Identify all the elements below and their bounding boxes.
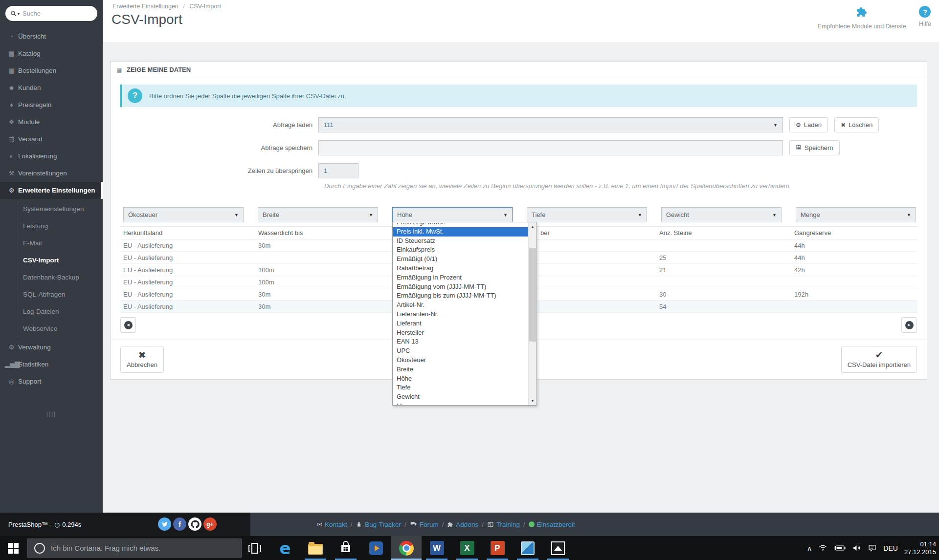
search-scope-caret-icon[interactable]: ▾ <box>18 12 20 16</box>
sidebar-item[interactable]: ⚒ Voreinstellungen <box>0 165 103 182</box>
volume-icon[interactable] <box>852 544 861 552</box>
sidebar-item[interactable]: ◔ Übersicht <box>0 28 103 45</box>
addons-link[interactable]: Addons <box>447 521 478 528</box>
taskbar-app-excel[interactable]: X <box>452 536 482 560</box>
column-mapping-select[interactable]: Gewicht ▼ <box>661 207 782 222</box>
dropdown-option[interactable]: Ermäßigung vom (JJJJ-MM-TT) <box>393 282 528 292</box>
battery-icon[interactable] <box>834 544 846 552</box>
taskbar-app-task-view[interactable] <box>240 536 270 560</box>
tray-expand-icon[interactable]: ∧ <box>807 544 812 552</box>
import-csv-button[interactable]: ✔ CSV-Datei importieren <box>841 346 917 373</box>
search-input[interactable] <box>22 10 80 17</box>
sidebar-subitem[interactable]: E-Mail <box>18 235 103 252</box>
dropdown-option[interactable]: Breite <box>393 365 528 374</box>
sidebar-item[interactable]: ⇶ Versand <box>0 130 103 148</box>
cortana-search[interactable] <box>27 538 242 558</box>
dropdown-option[interactable]: Gewicht <box>393 392 528 402</box>
sidebar-item[interactable]: ▂▅▇ Statistiken <box>0 356 103 373</box>
sidebar-subitem[interactable]: CSV-Import <box>18 252 103 269</box>
dropdown-option[interactable]: Höhe <box>393 374 528 384</box>
column-mapping-select[interactable]: Höhe ▼ <box>392 207 513 222</box>
start-button[interactable] <box>0 536 26 560</box>
dropdown-option[interactable]: Ermäßigt (0/1) <box>393 255 528 264</box>
taskbar-app-store[interactable] <box>331 536 361 560</box>
scroll-up-icon[interactable]: ▲ <box>529 222 537 231</box>
sidebar-subitem[interactable]: Leistung <box>18 217 103 235</box>
dropdown-option[interactable]: Ermäßigung bis zum (JJJJ-MM-TT) <box>393 291 528 301</box>
taskbar-app-edge[interactable]: e <box>270 536 300 560</box>
save-button[interactable]: Speichern <box>789 140 840 155</box>
taskbar-app-file-explorer[interactable] <box>300 536 331 560</box>
load-query-select[interactable]: 111 ▼ <box>318 117 783 132</box>
forum-link[interactable]: Forum <box>410 521 439 528</box>
taskbar-app-photos[interactable] <box>543 536 573 560</box>
cancel-button[interactable]: ✖ Abbrechen <box>120 346 164 373</box>
dropdown-option[interactable]: Ökosteuer <box>393 356 528 365</box>
sidebar-collapse-icon[interactable]: |||| <box>0 410 103 417</box>
dropdown-option[interactable]: EAN 13 <box>393 337 528 346</box>
scroll-down-icon[interactable]: ▼ <box>529 397 537 405</box>
sidebar-subitem[interactable]: Webservice <box>18 320 103 337</box>
dropdown-option[interactable]: Lieferant <box>393 319 528 328</box>
dropdown-option[interactable]: Preis inkl. MwSt. <box>393 227 528 237</box>
dropdown-option[interactable]: Hersteller <box>393 328 528 338</box>
sidebar-item[interactable]: ♦ Preisregeln <box>0 96 103 113</box>
load-button[interactable]: ⚙ Laden <box>789 117 828 132</box>
sidebar-subitem[interactable]: Datenbank-Backup <box>18 269 103 286</box>
facebook-icon[interactable]: f <box>173 517 186 531</box>
dropdown-option[interactable]: Artikel-Nr. <box>393 301 528 310</box>
sidebar-subitem[interactable]: SQL-Abfragen <box>18 286 103 303</box>
dropdown-option[interactable]: Lieferanten-Nr. <box>393 310 528 319</box>
sidebar-item[interactable]: ▤ Katalog <box>0 45 103 62</box>
recommended-modules-button[interactable]: Empfohlene Module und Dienste <box>818 6 906 30</box>
taskbar-app-word[interactable]: W <box>422 536 452 560</box>
sidebar-item[interactable]: ◐ Lokalisierung <box>0 148 103 165</box>
save-query-input[interactable] <box>318 140 783 155</box>
wifi-icon[interactable] <box>818 544 827 552</box>
clock[interactable]: 01:14 27.12.2015 <box>904 540 936 556</box>
skip-rows-input[interactable] <box>318 163 358 178</box>
dropdown-option[interactable]: Rabattbetrag <box>393 264 528 273</box>
github-icon[interactable] <box>188 517 201 531</box>
sidebar-subitem[interactable]: Systemeinstellungen <box>18 200 103 217</box>
sidebar-item[interactable]: ⚙ Erweiterte Einstellungen <box>0 182 103 199</box>
column-mapping-select[interactable]: Tiefe ▼ <box>527 207 647 222</box>
cortana-input[interactable] <box>51 544 227 552</box>
contact-link[interactable]: ✉ Kontakt <box>317 521 347 528</box>
sidebar-item[interactable]: ❖ Module <box>0 113 103 130</box>
sidebar-subitem[interactable]: Log-Dateien <box>18 303 103 320</box>
prev-page-button[interactable]: ◀ <box>120 317 136 333</box>
googleplus-icon[interactable]: g+ <box>203 517 217 531</box>
twitter-icon[interactable] <box>158 517 171 531</box>
sidebar-item[interactable]: ◎ Support <box>0 373 103 390</box>
bug-tracker-link[interactable]: Bug-Tracker <box>356 521 401 528</box>
help-button[interactable]: ? Hilfe <box>919 6 931 30</box>
next-page-button[interactable]: ▶ <box>901 317 917 333</box>
taskbar-app-chrome[interactable] <box>391 536 422 560</box>
dropdown-option[interactable]: Menge <box>393 402 528 405</box>
dropdown-option[interactable]: UPC <box>393 346 528 356</box>
language-indicator[interactable]: DEU <box>883 544 898 552</box>
sidebar-search[interactable]: ▾ <box>5 6 97 21</box>
column-mapping-select[interactable]: Menge ▼ <box>796 207 916 222</box>
training-link[interactable]: Training <box>487 521 520 528</box>
column-mapping-select[interactable]: Breite ▼ <box>258 207 378 222</box>
column-mapping-select[interactable]: Ökosteuer ▼ <box>123 207 244 222</box>
sidebar-item[interactable]: ⚙ Verwaltung <box>0 339 103 356</box>
scrollbar-thumb[interactable] <box>529 248 536 342</box>
dropdown-option[interactable]: Ermäßigung in Prozent <box>393 273 528 282</box>
taskbar-app-image-viewer[interactable] <box>513 536 543 560</box>
dropdown-option[interactable]: Einkaufspreis <box>393 245 528 255</box>
taskbar-app-media-player[interactable] <box>361 536 391 560</box>
dropdown-scrollbar[interactable]: ▲ ▼ <box>528 222 537 405</box>
delete-query-button[interactable]: ✖ Löschen <box>834 117 879 132</box>
dropdown-option[interactable]: ID Steuersatz <box>393 237 528 246</box>
sidebar-item[interactable]: ▦ Bestellungen <box>0 62 103 79</box>
sidebar-item[interactable]: ☻ Kunden <box>0 79 103 96</box>
breadcrumb-parent[interactable]: Erweiterte Einstellungen <box>112 3 179 10</box>
taskbar-app-powerpoint[interactable]: P <box>482 536 513 560</box>
help-label: Hilfe <box>919 21 931 27</box>
dropdown-option[interactable]: Preis zzgl. MwSt. <box>393 223 528 227</box>
dropdown-option[interactable]: Tiefe <box>393 383 528 392</box>
action-center-icon[interactable] <box>868 544 877 552</box>
